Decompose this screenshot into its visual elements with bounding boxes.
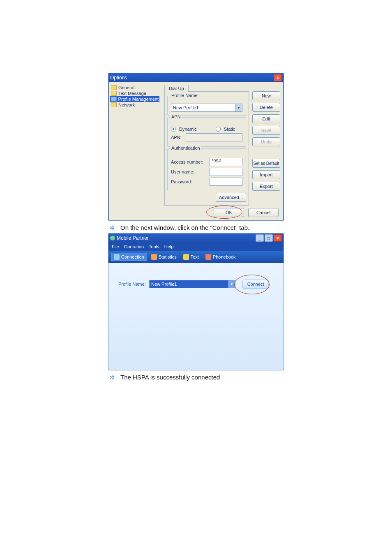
legend-auth: Authentication [170, 146, 201, 150]
menu-operation[interactable]: Operation [124, 244, 144, 249]
label-apn: APN: [171, 135, 182, 140]
bullet-icon: ✲ [110, 224, 115, 231]
password-input[interactable] [210, 178, 242, 186]
top-rule [108, 70, 284, 70]
import-button[interactable]: Import [252, 170, 280, 179]
user-name-input[interactable] [210, 168, 242, 176]
bullet-2: ✲ The HSPA is successfully connected [110, 374, 284, 381]
dialup-panel: Profile Name New Profile1 ▼ APN Dynamic [164, 91, 249, 206]
menu-help[interactable]: Help [164, 244, 174, 249]
label-dynamic: Dynamic [179, 127, 197, 132]
options-dialog-screenshot: Options × General Text Message Profile M… [108, 73, 284, 221]
tree-label-text-message: Text Message [118, 91, 146, 96]
mp-menubar: File Operation Tools Help [108, 243, 284, 251]
toolbar-statistics[interactable]: Statistics [149, 253, 179, 261]
toolbar-phonebook[interactable]: Phonebook [203, 253, 238, 261]
toolbar-connection[interactable]: Connection [111, 253, 147, 261]
tree-label-profile-management: Profile Management [118, 97, 159, 102]
close-icon[interactable]: × [274, 234, 282, 242]
tree-item-network[interactable]: Network [110, 102, 159, 108]
mp-title: Mobile Partner [117, 235, 149, 241]
tree-item-text-message[interactable]: Text Message [110, 90, 159, 96]
globe-icon [110, 236, 115, 240]
mobile-partner-screenshot: Mobile Partner _ □ × File Operation Tool… [108, 233, 284, 370]
mp-body: Profile Name: New Profile1 ▼ Connect [108, 263, 284, 370]
chevron-down-icon: ▼ [235, 104, 242, 111]
menu-tools[interactable]: Tools [149, 244, 159, 249]
legend-profile-name: Profile Name [170, 93, 199, 98]
ok-button[interactable]: OK [214, 208, 244, 217]
label-password: Password: [171, 179, 206, 184]
label-static: Static [224, 127, 235, 132]
options-tree: General Text Message Profile Management … [108, 82, 161, 206]
radio-static[interactable] [216, 127, 221, 132]
label-access-number: Access number: [171, 160, 206, 164]
save-button: Save [252, 126, 280, 135]
minimize-icon[interactable]: _ [256, 234, 264, 242]
delete-button[interactable]: Delete [252, 103, 280, 112]
radio-dynamic[interactable] [171, 127, 176, 132]
options-title: Options [110, 75, 127, 81]
group-profile-name: Profile Name New Profile1 ▼ [167, 96, 246, 116]
legend-apn: APN [170, 114, 182, 119]
bullet-1: ✲ On the next window, click on the "Conn… [110, 224, 284, 231]
mp-profile-value: New Profile1 [151, 282, 177, 287]
edit-button[interactable]: Edit [252, 114, 280, 123]
cancel-button[interactable]: Cancel [248, 208, 279, 217]
toolbar-text-label: Text [191, 254, 199, 259]
profile-name-combo[interactable]: New Profile1 ▼ [171, 104, 242, 112]
new-button[interactable]: New [252, 91, 280, 100]
folder-icon [111, 102, 117, 107]
tree-item-general[interactable]: General [110, 85, 159, 90]
profile-name-value: New Profile1 [173, 105, 198, 110]
options-tab-area: Dial-Up Profile Name New Profile1 ▼ APN [161, 82, 252, 206]
group-authentication: Authentication Access number: *99# User … [167, 148, 246, 191]
advanced-button[interactable]: Advanced... [216, 193, 246, 202]
menu-file[interactable]: File [112, 244, 119, 249]
options-footer: OK Cancel [108, 206, 284, 220]
options-titlebar: Options × [108, 73, 284, 82]
globe-icon [114, 254, 120, 260]
folder-icon [111, 91, 117, 96]
envelope-icon [183, 254, 189, 260]
mp-toolbar: Connection Statistics Text Phonebook [108, 251, 284, 263]
tree-label-network: Network [118, 102, 135, 107]
toolbar-phonebook-label: Phonebook [213, 254, 236, 259]
options-button-column: New Delete Edit Save Undo Set as Default… [252, 82, 284, 206]
export-button[interactable]: Export [252, 182, 280, 191]
maximize-icon[interactable]: □ [265, 234, 273, 242]
chart-icon [151, 254, 157, 260]
bullet-2-text: The HSPA is successfully connected [120, 374, 284, 381]
close-icon[interactable]: × [274, 74, 282, 81]
bullet-1-text: On the next window, click on the "Connec… [120, 224, 284, 231]
tree-label-general: General [118, 85, 134, 90]
toolbar-connection-label: Connection [121, 254, 144, 259]
bottom-rule [108, 406, 284, 406]
toolbar-statistics-label: Statistics [159, 254, 177, 259]
access-number-input[interactable]: *99# [210, 158, 242, 166]
set-default-button[interactable]: Set as Default [252, 159, 280, 168]
tree-item-profile-management[interactable]: Profile Management [110, 96, 159, 102]
undo-button: Undo [252, 137, 280, 146]
group-apn: APN Dynamic Static APN: [167, 117, 246, 147]
connect-button[interactable]: Connect [242, 280, 269, 289]
chevron-down-icon: ▼ [228, 280, 235, 288]
apn-input[interactable] [186, 133, 242, 141]
mp-profile-combo[interactable]: New Profile1 ▼ [149, 280, 235, 288]
label-user-name: User name: [171, 169, 206, 174]
folder-icon [111, 97, 117, 102]
mp-titlebar: Mobile Partner _ □ × [108, 234, 284, 243]
person-icon [205, 254, 211, 260]
mp-profile-label: Profile Name: [118, 282, 148, 287]
bullet-icon: ✲ [110, 374, 115, 381]
tab-dialup[interactable]: Dial-Up [164, 85, 189, 92]
toolbar-text[interactable]: Text [181, 253, 201, 261]
folder-icon [111, 85, 117, 90]
